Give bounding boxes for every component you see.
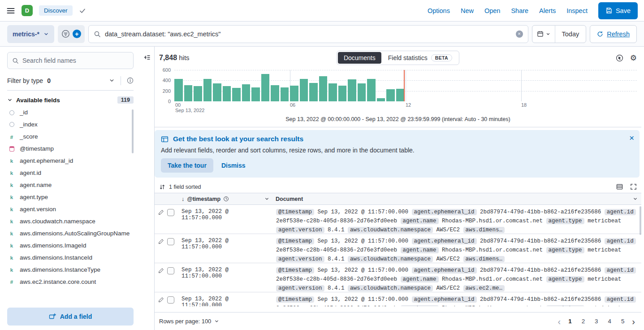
histogram-bar[interactable] — [242, 84, 251, 102]
y-tick: 400 — [163, 78, 171, 83]
chart-options-icon[interactable] — [616, 54, 623, 62]
field-search-input[interactable] — [22, 57, 129, 64]
gear-icon[interactable]: ⚙ — [630, 54, 637, 62]
sidebar-scrollbar-thumb[interactable] — [132, 109, 134, 153]
histogram-bar[interactable] — [184, 85, 193, 101]
field-item[interactable]: kaws.dimensions.AutoScalingGroupName — [7, 228, 134, 240]
saved-queries-icon[interactable] — [61, 30, 70, 38]
histogram-bar[interactable] — [251, 87, 260, 102]
page-1[interactable]: 1 — [564, 317, 575, 326]
histogram-bar[interactable] — [232, 88, 241, 101]
close-icon[interactable]: × — [629, 134, 634, 142]
histogram-bar[interactable] — [194, 86, 202, 101]
histogram-bar[interactable] — [290, 86, 298, 101]
tab-field-statistics[interactable]: Field statistics BETA — [382, 52, 458, 64]
breadcrumb-discover[interactable]: Discover — [39, 5, 73, 16]
table-scrollbar-thumb[interactable] — [640, 206, 641, 235]
page-4[interactable]: 4 — [604, 317, 615, 326]
refresh-button[interactable]: Refresh — [590, 25, 637, 43]
sorted-fields-label[interactable]: 1 field sorted — [169, 184, 201, 190]
histogram-bar[interactable] — [223, 86, 231, 101]
chevron-down-icon[interactable] — [264, 196, 269, 201]
nav-alerts[interactable]: Alerts — [539, 7, 556, 14]
histogram-bar[interactable] — [367, 79, 376, 101]
field-item[interactable]: kaws.dimensions.ImageId — [7, 240, 134, 252]
previous-page-icon[interactable]: ‹ — [556, 317, 563, 326]
collapse-sidebar-icon[interactable] — [143, 54, 151, 61]
nav-inspect[interactable]: Inspect — [566, 7, 588, 14]
sort-fields-icon[interactable] — [159, 184, 165, 190]
field-item[interactable]: kaws.dimensions.InstanceType — [7, 264, 134, 276]
histogram-bar[interactable] — [348, 79, 356, 101]
histogram-bar[interactable] — [377, 98, 385, 101]
field-item[interactable]: kaws.dimensions.InstanceId — [7, 252, 134, 264]
nav-open[interactable]: Open — [484, 7, 500, 14]
expand-document-icon[interactable] — [158, 209, 164, 215]
histogram-bar[interactable] — [386, 89, 395, 101]
save-button[interactable]: Save — [598, 2, 638, 19]
nav-new[interactable]: New — [461, 7, 474, 14]
histogram-bar[interactable] — [396, 89, 405, 101]
row-checkbox[interactable] — [167, 238, 174, 245]
histogram-bar[interactable] — [338, 86, 347, 101]
field-item[interactable]: #aws.ec2.instance.core.count — [7, 276, 134, 288]
histogram-bar[interactable] — [300, 79, 308, 101]
histogram-bar[interactable] — [319, 76, 328, 101]
field-item[interactable]: kaws.cloudwatch.namespace — [7, 216, 134, 228]
histogram-bar[interactable] — [281, 87, 289, 102]
info-icon[interactable] — [127, 77, 134, 84]
row-checkbox[interactable] — [167, 296, 174, 304]
menu-icon[interactable] — [6, 6, 15, 15]
histogram-bar[interactable] — [271, 85, 279, 101]
sidebar-collapse-strip — [140, 47, 155, 330]
expand-document-icon[interactable] — [158, 297, 164, 303]
field-item[interactable]: #_score — [7, 131, 134, 143]
document-column-header[interactable]: Document — [272, 196, 641, 202]
space-avatar[interactable]: D — [22, 5, 33, 16]
available-fields-header[interactable]: Available fields 119 — [7, 91, 134, 107]
expand-document-icon[interactable] — [158, 239, 164, 244]
field-item[interactable]: kagent.ephemeral_id — [7, 155, 134, 167]
add-filter-icon[interactable]: + — [73, 30, 81, 38]
fullscreen-icon[interactable] — [630, 183, 637, 190]
add-field-button[interactable]: Add a field — [7, 308, 134, 326]
histogram: 600 400 200 0 — [159, 70, 637, 101]
next-page-icon[interactable]: › — [630, 317, 637, 326]
page-3[interactable]: 3 — [591, 317, 602, 326]
page-5[interactable]: 5 — [617, 317, 628, 326]
histogram-bar[interactable] — [309, 83, 318, 101]
field-item[interactable]: kagent.id — [7, 167, 134, 179]
nav-options[interactable]: Options — [428, 7, 450, 14]
row-checkbox[interactable] — [167, 267, 174, 274]
histogram-bar[interactable] — [203, 79, 212, 101]
field-item[interactable]: _id — [7, 107, 134, 119]
dismiss-button[interactable]: Dismiss — [221, 162, 246, 169]
field-item[interactable]: _index — [7, 119, 134, 131]
clear-query-icon[interactable]: × — [516, 30, 523, 38]
histogram-bar[interactable] — [328, 83, 337, 101]
histogram-bar[interactable] — [261, 74, 270, 101]
query-input[interactable] — [105, 30, 512, 38]
date-picker-calendar-button[interactable] — [532, 26, 555, 43]
histogram-bar[interactable] — [358, 83, 366, 101]
field-item[interactable]: @timestamp — [7, 143, 134, 155]
take-tour-button[interactable]: Take the tour — [161, 158, 213, 173]
display-options-icon[interactable] — [616, 183, 623, 190]
histogram-bar[interactable] — [213, 83, 221, 101]
date-range-today-button[interactable]: Today — [555, 26, 586, 43]
chevron-down-icon[interactable] — [633, 196, 638, 201]
row-checkbox[interactable] — [167, 209, 174, 216]
timestamp-cell: Sep 13, 2022 @ 11:57:00.000 — [179, 234, 272, 263]
rows-per-page-button[interactable]: Rows per page: 100 — [159, 318, 219, 325]
page-2[interactable]: 2 — [578, 317, 589, 326]
field-item[interactable]: kagent.name — [7, 179, 134, 191]
expand-document-icon[interactable] — [158, 268, 164, 274]
tab-documents[interactable]: Documents — [338, 52, 381, 64]
field-item[interactable]: kagent.type — [7, 191, 134, 204]
field-item[interactable]: kagent.version — [7, 204, 134, 216]
data-view-picker[interactable]: metrics-* — [7, 25, 54, 43]
histogram-bar[interactable] — [174, 79, 183, 101]
timestamp-column-header[interactable]: ↓ @timestamp — [179, 195, 272, 202]
nav-share[interactable]: Share — [511, 7, 528, 14]
filter-by-type[interactable]: Filter by type 0 — [7, 71, 134, 91]
